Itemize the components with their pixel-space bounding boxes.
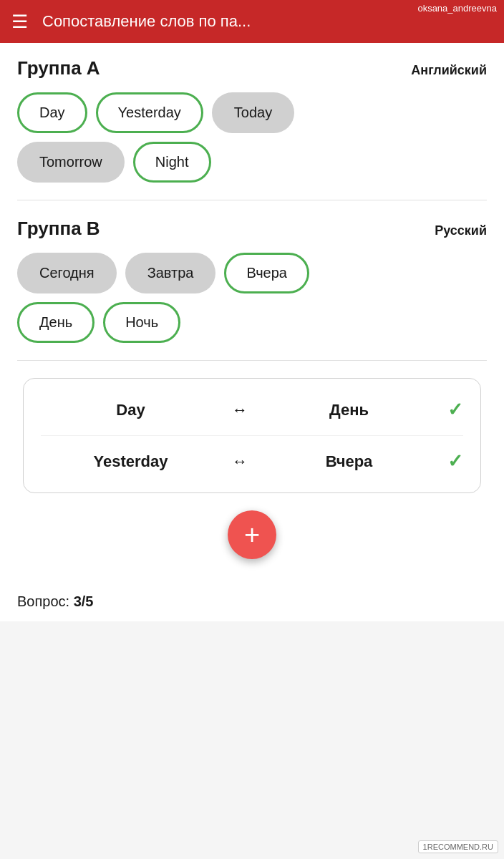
divider-2 (17, 360, 487, 361)
chip-day[interactable]: Day (17, 92, 87, 133)
chip-den[interactable]: День (17, 302, 94, 343)
group-a-header: Группа A Английский (17, 57, 487, 79)
question-count: 3/5 (74, 593, 94, 609)
chip-tomorrow[interactable]: Tomorrow (17, 142, 125, 183)
group-b-chips-row2: День Ночь (17, 302, 487, 343)
match-arrow-2: ↔ (232, 452, 248, 471)
menu-icon[interactable]: ☰ (11, 12, 28, 31)
match-right-2: Вчера (259, 452, 439, 471)
match-left-1: Day (41, 401, 220, 419)
question-prefix: Вопрос: (17, 593, 74, 609)
main-content: Группа A Английский Day Yesterday Today … (0, 43, 504, 585)
match-check-1: ✓ (447, 399, 463, 421)
divider-1 (17, 200, 487, 200)
chip-segodnya[interactable]: Сегодня (17, 253, 117, 293)
fab-container: + (17, 510, 487, 559)
match-row-1: Day ↔ День ✓ (41, 384, 463, 436)
header: ☰ Сопоставление слов по па... oksana_and… (0, 0, 504, 43)
chip-night[interactable]: Night (133, 142, 211, 183)
chip-vchera[interactable]: Вчера (224, 253, 309, 293)
match-arrow-1: ↔ (232, 401, 248, 419)
group-a-chips-row1: Day Yesterday Today (17, 92, 487, 133)
header-title: Сопоставление слов по па... (42, 12, 493, 31)
group-a-chips-row2: Tomorrow Night (17, 142, 487, 183)
group-b-title: Группа B (17, 218, 100, 240)
match-check-2: ✓ (447, 450, 463, 472)
match-right-1: День (259, 401, 439, 419)
chip-noch[interactable]: Ночь (103, 302, 180, 343)
chip-yesterday[interactable]: Yesterday (96, 92, 203, 133)
match-left-2: Yesterday (41, 452, 220, 471)
match-row-2: Yesterday ↔ Вчера ✓ (41, 436, 463, 487)
chip-today[interactable]: Today (212, 92, 294, 133)
add-button[interactable]: + (228, 510, 276, 559)
question-progress: Вопрос: 3/5 (17, 593, 93, 609)
matches-panel: Day ↔ День ✓ Yesterday ↔ Вчера ✓ (23, 378, 481, 493)
group-b-language: Русский (435, 223, 487, 238)
group-b-header: Группа B Русский (17, 218, 487, 240)
footer: Вопрос: 3/5 (0, 585, 504, 621)
header-username: oksana_andreevna (417, 3, 497, 14)
group-a-language: Английский (411, 63, 487, 78)
group-b-chips-row1: Сегодня Завтра Вчера (17, 253, 487, 293)
watermark: 1RECOMMEND.RU (418, 840, 498, 853)
chip-zavtra[interactable]: Завтра (125, 253, 216, 293)
group-a-title: Группа A (17, 57, 100, 79)
